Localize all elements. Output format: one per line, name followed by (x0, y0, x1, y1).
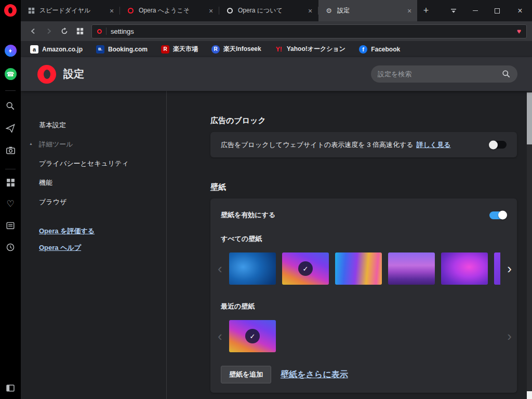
add-wallpaper-button[interactable]: 壁紙を追加 (221, 366, 271, 383)
close-window-button[interactable]: × (508, 0, 532, 21)
settings-search-box[interactable] (371, 65, 517, 83)
bookmark-facebook[interactable]: f Facebook (359, 45, 400, 54)
nav-item-basic[interactable]: 基本設定 (21, 115, 166, 135)
search-icon (502, 70, 511, 78)
maximize-icon (495, 8, 500, 14)
settings-opera-logo-icon (37, 65, 56, 84)
wallpaper-carousel: ‹ ✓ › (221, 252, 507, 285)
window-controls: × (443, 0, 532, 21)
adblock-toggle[interactable] (489, 141, 507, 149)
wallpaper-thumb-color-waves[interactable] (335, 252, 382, 285)
settings-header: 設定 (21, 57, 532, 91)
tab-strip: スピードダイヤル × Opera へようこそ × Opera について × ⚙ … (21, 0, 532, 21)
page-scrollbar[interactable] (527, 91, 532, 399)
rakuten-icon: R (161, 45, 169, 54)
checkmark-icon: ✓ (245, 329, 260, 343)
tab-label: スピードダイヤル (39, 6, 103, 15)
bookmark-label: Booking.com (108, 46, 148, 53)
tab-menu-icon (450, 7, 457, 15)
bookmark-amazon[interactable]: a Amazon.co.jp (30, 45, 83, 54)
back-button[interactable] (26, 24, 41, 38)
sidebar-bookmarks-button[interactable]: ♡ (6, 200, 14, 208)
wallpaper-thumb-violet-partial[interactable] (494, 252, 500, 285)
opera-window: ☎ ♡ (0, 0, 532, 399)
bookmark-booking[interactable]: B. Booking.com (96, 45, 148, 54)
learn-more-link[interactable]: 詳しく見る (417, 140, 451, 150)
sidebar-messenger-button[interactable] (5, 45, 17, 57)
tab-welcome[interactable]: Opera へようこそ × (120, 0, 219, 21)
sidebar-personal-news-button[interactable] (6, 221, 15, 230)
rate-opera-link[interactable]: Opera を評価する (39, 223, 166, 240)
opera-help-link[interactable]: Opera ヘルプ (39, 240, 166, 256)
maximize-button[interactable] (486, 0, 508, 21)
wallpaper-thumb-blue-light-rays[interactable] (229, 252, 276, 285)
infoseek-icon: R (211, 45, 220, 54)
checkmark-icon: ✓ (298, 261, 313, 276)
sidebar-snapshot-button[interactable] (6, 145, 16, 155)
tab-settings[interactable]: ⚙ 設定 × (318, 0, 417, 21)
wallpaper-thumb-purple-yellow-selected[interactable]: ✓ (229, 320, 276, 352)
sidebar-divider (5, 169, 16, 169)
opera-menu-button[interactable] (4, 4, 17, 17)
bookmark-yahoo-auction[interactable]: Y! Yahoo!オークション (275, 45, 345, 54)
facebook-icon: f (359, 45, 367, 54)
bookmark-label: Facebook (371, 46, 400, 53)
speed-dial-button[interactable] (73, 24, 87, 38)
tab-close-icon[interactable]: × (206, 6, 216, 16)
minimize-button[interactable] (464, 0, 486, 21)
nav-item-browser[interactable]: ブラウザ (21, 192, 166, 211)
url-text: settings (111, 28, 513, 35)
sidebar-history-button[interactable] (6, 243, 15, 252)
sidebar-whatsapp-button[interactable]: ☎ (5, 68, 17, 80)
collapse-arrow-icon: ▲ (29, 142, 33, 145)
carousel-prev-button[interactable]: ‹ (218, 320, 225, 352)
app-sidebar: ☎ ♡ (0, 0, 21, 399)
minimize-icon (473, 10, 478, 11)
wallpaper-enable-label: 壁紙を有効にする (221, 210, 275, 220)
bookmark-label: 楽天Infoseek (223, 45, 261, 54)
tab-menu-button[interactable] (443, 0, 464, 21)
carousel-prev-button[interactable]: ‹ (218, 252, 225, 285)
tab-label: Opera について (238, 6, 301, 15)
address-bar[interactable]: settings ♥ (91, 24, 527, 38)
heart-outline-icon: ♡ (6, 200, 14, 208)
whatsapp-phone-icon: ☎ (7, 71, 15, 78)
tab-close-icon[interactable]: × (107, 6, 116, 16)
new-tab-button[interactable]: + (417, 0, 435, 21)
scrollbar-thumb[interactable] (527, 92, 532, 144)
tab-speed-dial[interactable]: スピードダイヤル × (21, 0, 119, 21)
recent-wallpaper-carousel: ‹ ✓ › (221, 320, 507, 352)
nav-item-advanced[interactable]: ▲ 詳細ツール (21, 135, 166, 154)
bookmark-rakuten-ichiba[interactable]: R 楽天市場 (161, 45, 198, 54)
wallpaper-thumb-purple-mountains[interactable] (388, 252, 435, 285)
opera-logo-icon (126, 7, 135, 15)
show-more-wallpapers-link[interactable]: 壁紙をさらに表示 (281, 369, 348, 380)
reload-button[interactable] (57, 24, 72, 38)
tab-close-icon[interactable]: × (405, 6, 414, 16)
back-icon (29, 27, 37, 35)
sidebar-search-button[interactable] (6, 101, 15, 111)
sidebar-setup-button[interactable] (6, 383, 15, 393)
bookmark-rakuten-infoseek[interactable]: R 楽天Infoseek (211, 45, 261, 54)
wallpaper-thumb-magenta-swirl[interactable] (441, 252, 488, 285)
tab-about[interactable]: Opera について × (219, 0, 318, 21)
gear-icon: ⚙ (325, 7, 333, 15)
forward-button[interactable] (42, 24, 56, 38)
page-title: 設定 (63, 67, 84, 81)
nav-item-features[interactable]: 機能 (21, 173, 166, 192)
recent-wallpaper-thumbs: ✓ (229, 320, 500, 352)
nav-item-privacy[interactable]: プライバシーとセキュリティ (21, 154, 166, 173)
carousel-next-button[interactable]: › (504, 320, 512, 352)
wallpaper-thumb-purple-yellow-selected[interactable]: ✓ (282, 252, 329, 285)
settings-search-input[interactable] (378, 70, 498, 78)
bookmark-heart-icon[interactable]: ♥ (517, 27, 521, 35)
sidebar-myflow-button[interactable] (6, 124, 15, 133)
sidebar-speed-dial-button[interactable] (6, 178, 15, 187)
nav-item-label: 詳細ツール (39, 140, 73, 149)
search-icon (6, 101, 15, 111)
adblock-card: 広告をブロックしてウェブサイトの表示速度を 3 倍高速化する 詳しく見る (210, 132, 517, 157)
reload-icon (60, 27, 69, 35)
carousel-next-button[interactable]: › (504, 252, 512, 285)
wallpaper-toggle[interactable] (489, 211, 507, 219)
tab-close-icon[interactable]: × (305, 6, 315, 16)
